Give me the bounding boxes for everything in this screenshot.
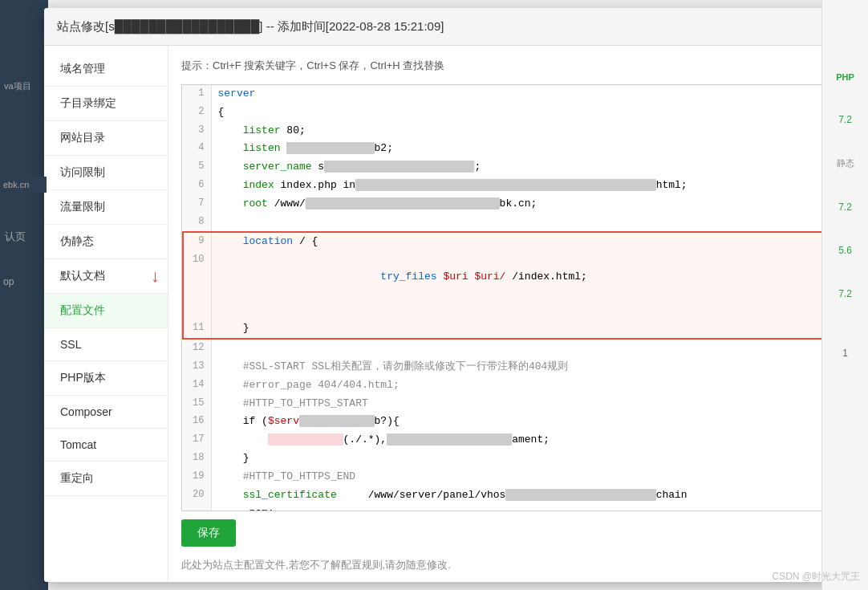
- table-row: 20 ssl_certificate /www/server/panel/vho…: [183, 486, 840, 505]
- table-row-highlight-10: 10 try_files $uri $uri/ /index.html; ◀: [183, 251, 840, 319]
- code-editor[interactable]: 1 server 2 { 3 lister 80;: [182, 85, 841, 511]
- sidebar: 域名管理 子目录绑定 网站目录 访问限制 流量限制 伪静态 默认文档 ↓ 配置文…: [44, 46, 168, 582]
- bg-nav-login: 认页: [2, 225, 29, 249]
- table-row: 3 lister 80;: [183, 122, 840, 140]
- bg-nav-label: op: [2, 273, 15, 291]
- table-row: 16 if ($serv████████████b?){: [183, 413, 840, 431]
- modal-header: 站点修改[s█████████████████] -- 添加时间[2022-08…: [44, 8, 854, 46]
- table-row: 12: [183, 339, 840, 358]
- table-row: .pem;: [183, 504, 840, 511]
- php-label: PHP: [836, 72, 854, 82]
- bottom-area: 保存 此处为站点主配置文件,若您不了解配置规则,请勿随意修改.: [181, 511, 842, 572]
- modal-body: 域名管理 子目录绑定 网站目录 访问限制 流量限制 伪静态 默认文档 ↓ 配置文…: [44, 46, 854, 582]
- sidebar-item-redirect[interactable]: 重定向: [44, 462, 168, 496]
- table-row: 17 ████████████(./.*),██████████████████…: [183, 431, 840, 450]
- modal-dialog: 站点修改[s█████████████████] -- 添加时间[2022-08…: [44, 8, 854, 582]
- table-row: 2 {: [183, 104, 840, 122]
- modal-title: 站点修改[s█████████████████] -- 添加时间[2022-08…: [57, 19, 444, 35]
- page-num: 1: [842, 348, 848, 359]
- sidebar-item-webdir[interactable]: 网站目录: [44, 121, 168, 156]
- table-row: 6 index index.php in████████████████████…: [183, 177, 840, 195]
- sidebar-item-composer[interactable]: Composer: [44, 396, 168, 429]
- sidebar-item-rewrite[interactable]: 伪静态: [44, 225, 168, 259]
- table-row: 1 server: [183, 85, 840, 104]
- watermark: CSDN @时光大咒王: [772, 570, 860, 584]
- sidebar-item-access[interactable]: 访问限制: [44, 156, 168, 190]
- sidebar-item-php[interactable]: PHP版本: [44, 361, 168, 396]
- table-row: 18 }: [183, 450, 840, 468]
- sidebar-item-traffic[interactable]: 流量限制: [44, 190, 168, 225]
- table-row: 13 #SSL-START SSL相关配置，请勿删除或修改下一行带注释的404规…: [183, 358, 840, 376]
- code-editor-wrapper: 1 server 2 { 3 lister 80;: [181, 84, 842, 511]
- table-row: 19 #HTTP_TO_HTTPS_END: [183, 468, 840, 486]
- table-row: 5 server_name s████████████████████████;: [183, 158, 840, 177]
- sidebar-item-subdir[interactable]: 子目录绑定: [44, 87, 168, 121]
- bottom-hint: 此处为站点主配置文件,若您不了解配置规则,请勿随意修改.: [181, 558, 842, 572]
- bg-domain: ebk.cn: [0, 177, 47, 193]
- static-label: 静态: [837, 157, 854, 169]
- php-version-2: 7.2: [838, 201, 852, 213]
- table-row: 8: [183, 214, 840, 233]
- php-version-4: 7.2: [838, 288, 852, 299]
- table-row-highlight-9: 9 location / {: [183, 232, 840, 251]
- sidebar-item-defaultdoc[interactable]: 默认文档 ↓: [44, 259, 168, 294]
- hint-bar: 提示：Ctrl+F 搜索关键字，Ctrl+S 保存，Ctrl+H 查找替换: [181, 55, 842, 76]
- php-version-1: 7.2: [838, 114, 852, 125]
- sidebar-item-tomcat[interactable]: Tomcat: [44, 429, 168, 462]
- table-row: 14 #error_page 404/404.html;: [183, 376, 840, 395]
- table-row: 4 listen ██████████████b2;: [183, 140, 840, 158]
- sidebar-item-config[interactable]: 配置文件: [44, 294, 168, 328]
- content-area: 提示：Ctrl+F 搜索关键字，Ctrl+S 保存，Ctrl+H 查找替换 1 …: [168, 46, 854, 582]
- table-row: 7 root /www/████████████████████████████…: [183, 195, 840, 214]
- php-version-3: 5.6: [838, 245, 852, 256]
- sidebar-item-ssl[interactable]: SSL: [44, 328, 168, 361]
- sidebar-item-domain[interactable]: 域名管理: [44, 52, 168, 87]
- table-row-highlight-11: 11 }: [183, 319, 840, 339]
- table-row: 15 #HTTP_TO_HTTPS_START: [183, 395, 840, 413]
- save-button[interactable]: 保存: [181, 519, 236, 547]
- code-table: 1 server 2 { 3 lister 80;: [182, 85, 841, 511]
- bg-left-text: va项目: [4, 80, 31, 92]
